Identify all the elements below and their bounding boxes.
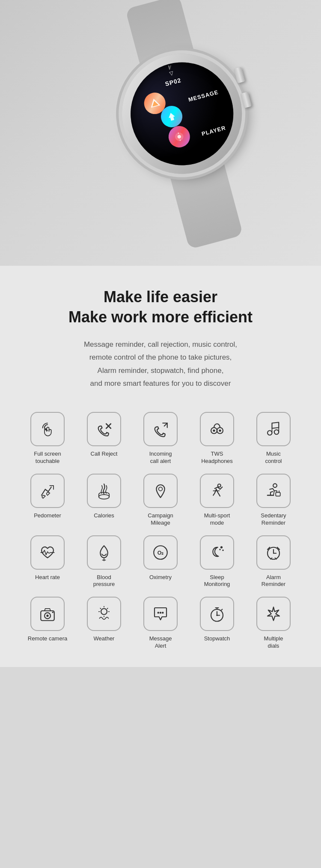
feature-multi-sport-mode: Multi-sportmode [191,474,243,527]
feature-multiple-dials: Multipledials [247,597,300,650]
sub-description: Message reminder, call rejection, music … [17,338,304,390]
feature-label-full-screen-touchable: Full screentouchable [34,451,61,465]
feature-campaign-mileage: CampaignMileage [134,474,187,527]
feature-stopwatch: Stopwatch [191,597,243,650]
svg-point-25 [220,546,223,548]
feature-icon-box-mileage [143,474,178,508]
features-grid: Full screentouchable Call Reject [17,412,304,650]
feature-icon-box-sport [200,474,234,508]
content-section: Make life easier Make work more efficien… [0,266,321,667]
feature-heart-rate: Heart rate [21,535,74,589]
feature-remote-camera: Remote camera [21,597,74,650]
svg-line-6 [180,140,181,141]
feature-incoming-call-alert: Incomingcall alert [134,412,187,465]
feature-label-message-alert: MessageAlert [149,635,172,650]
svg-point-35 [101,609,107,615]
feature-icon-box-dials [256,597,291,631]
svg-point-36 [158,612,159,614]
svg-point-26 [222,550,224,551]
feature-sleep-monitoring: SleepMonitoring [191,535,243,589]
svg-point-16 [99,495,110,499]
feature-icon-box-sedentary [256,474,291,508]
feature-label-pedometer: Pedometer [34,512,61,520]
svg-point-38 [162,612,163,614]
feature-calories: Calories [78,474,130,527]
feature-icon-box-weather [87,597,121,631]
watch-label-player: PLAYER [201,124,226,137]
feature-label-heart-rate: Heart rate [35,574,60,581]
feature-label-campaign-mileage: CampaignMileage [148,512,173,527]
feature-icon-box-stopwatch [200,597,234,631]
watch-label-message: MESSAGE [187,89,219,103]
feature-blood-pressure: Bloodpressure [78,535,130,589]
feature-icon-box-oximetry: O₂ [143,535,178,570]
svg-line-5 [178,132,178,134]
feature-alarm-reminder: AlarmReminder [247,535,300,589]
feature-label-call-reject: Call Reject [91,451,118,458]
watch-label-spo2: SP02 [164,77,182,87]
svg-text:O₂: O₂ [158,550,164,556]
feature-label-incoming-call-alert: Incomingcall alert [149,451,172,465]
watch-case: ▽ SP02 MESSAGE PLAYER [109,40,256,187]
feature-music-control: Musiccontrol [247,412,300,465]
headline-line1: Make life easier [17,287,304,307]
svg-marker-2 [167,112,175,121]
feature-label-oximetry: Oximetry [149,574,172,581]
feature-sedentary-reminder: SedentaryReminder [247,474,300,527]
svg-point-33 [46,615,48,617]
feature-label-weather: Weather [94,635,115,643]
feature-icon-box-message-alert [143,597,178,631]
svg-point-18 [218,484,221,487]
watch-arrow: ▽ [169,70,174,77]
feature-label-sleep-monitoring: SleepMonitoring [204,574,230,589]
svg-rect-20 [276,492,280,496]
feature-label-multi-sport-mode: Multi-sportmode [204,512,230,527]
svg-point-15 [274,430,279,435]
feature-icon-box-heart-rate [30,535,65,570]
feature-icon-box-alarm [256,535,291,570]
feature-icon-box-camera [30,597,65,631]
svg-point-19 [273,484,277,487]
watch-screen: ▽ SP02 MESSAGE PLAYER [119,51,245,177]
feature-icon-box-touch [30,412,65,446]
feature-label-multiple-dials: Multipledials [264,635,283,650]
watch-button-top [234,67,245,83]
feature-icon-box-headphones [200,412,234,446]
main-headline: Make life easier Make work more efficien… [17,287,304,327]
svg-point-34 [52,612,54,613]
feature-label-music-control: Musiccontrol [265,451,282,465]
feature-message-alert: MessageAlert [134,597,187,650]
hero-section: ▽ SP02 MESSAGE PLAYER [0,0,321,266]
feature-oximetry: O₂ Oximetry [134,535,187,589]
feature-icon-box-pedometer [30,474,65,508]
watch-button-bottom [241,92,252,108]
feature-pedometer: Pedometer [21,474,74,527]
svg-point-37 [160,612,161,614]
headline-line2: Make work more efficient [17,307,304,327]
feature-label-alarm-reminder: AlarmReminder [262,574,285,589]
feature-icon-box-call-reject [87,412,121,446]
svg-point-27 [219,549,221,550]
watch-image: ▽ SP02 MESSAGE PLAYER [45,0,321,266]
feature-full-screen-touchable: Full screentouchable [21,412,74,465]
feature-icon-box-blood-pressure [87,535,121,570]
feature-icon-box-music [256,412,291,446]
svg-point-17 [159,487,163,491]
feature-icon-box-sleep [200,535,234,570]
svg-point-14 [268,430,272,435]
svg-point-13 [219,429,221,432]
feature-icon-box-incoming-call [143,412,178,446]
feature-icon-box-calories [87,474,121,508]
feature-label-tws-headphones: TWSHeadphones [201,451,233,465]
feature-label-blood-pressure: Bloodpressure [93,574,115,589]
feature-label-sedentary-reminder: SedentaryReminder [261,512,286,527]
feature-weather: Weather [78,597,130,650]
feature-label-stopwatch: Stopwatch [204,635,230,643]
svg-point-43 [216,615,218,616]
feature-label-calories: Calories [94,512,114,520]
watch-icon-player [166,123,192,150]
feature-call-reject: Call Reject [78,412,130,465]
svg-point-12 [213,429,215,432]
feature-label-remote-camera: Remote camera [28,635,67,643]
feature-tws-headphones: TWSHeadphones [191,412,243,465]
